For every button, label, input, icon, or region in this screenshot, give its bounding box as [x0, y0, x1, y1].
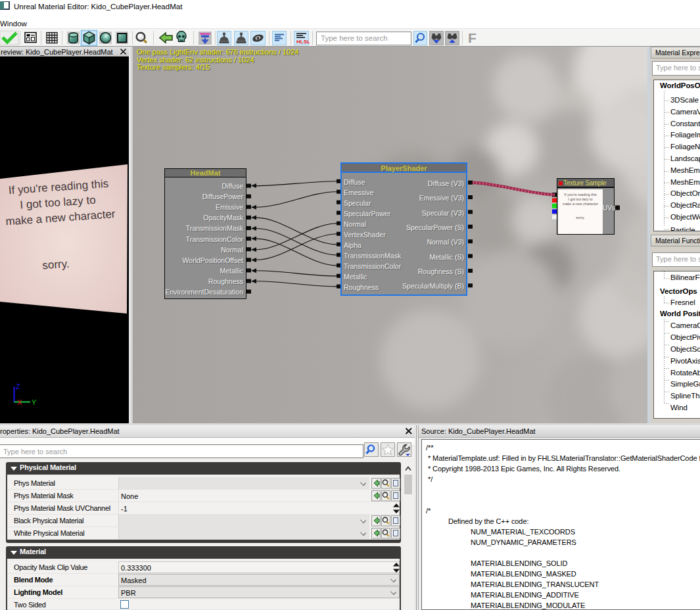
- svg-text:Z: Z: [16, 383, 20, 390]
- svg-text:Type here to search: Type here to search: [321, 34, 388, 42]
- svg-text:X: X: [17, 398, 22, 406]
- svg-text:HLSL: HLSL: [296, 39, 310, 45]
- svg-text:Y: Y: [32, 398, 37, 406]
- svg-text:sorry.: sorry.: [42, 258, 70, 272]
- svg-text:F: F: [468, 30, 477, 45]
